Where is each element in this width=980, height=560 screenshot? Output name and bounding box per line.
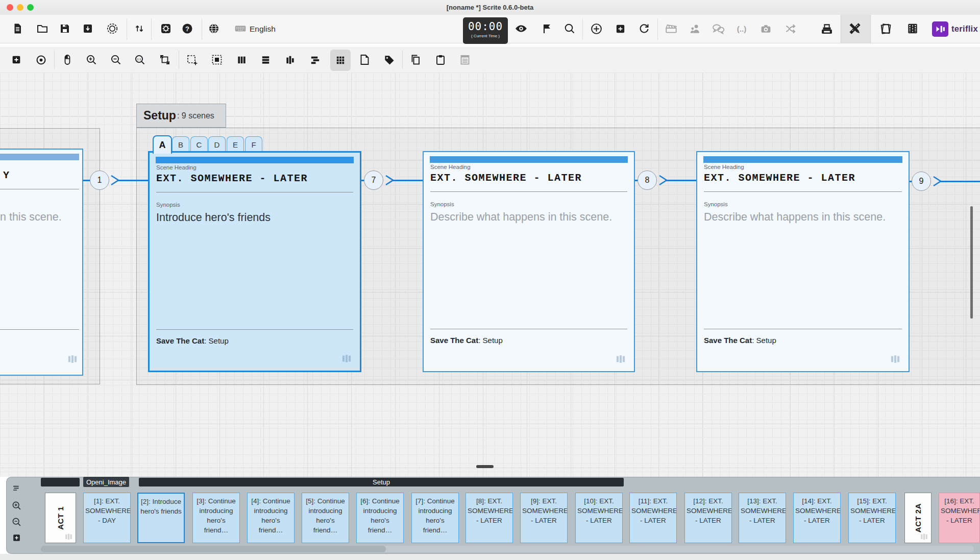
timeline-scene-card[interactable]: [14]: EXT. SOMEWHERE - LATER (793, 493, 841, 543)
timeline-scrollbar-thumb[interactable] (41, 546, 386, 552)
report-button[interactable] (455, 48, 475, 71)
new-element-button[interactable] (6, 48, 27, 71)
timeline-zoom-out-button[interactable] (11, 517, 22, 527)
scene-card-active[interactable]: Scene Heading EXT. SOMEWHERE - LATER Syn… (148, 151, 361, 372)
timeline-scene-card[interactable]: [4]: Continue introducing hero's friend… (247, 493, 295, 543)
select-rectangle-button[interactable] (182, 48, 202, 71)
timeline-add-button[interactable] (12, 533, 21, 543)
canvas-vertical-scrollbar[interactable] (970, 206, 973, 319)
timeline-scene-card[interactable]: [5]: Continue introducing hero's friend… (302, 493, 349, 543)
stack-tab-f[interactable]: F (245, 136, 262, 153)
help-button[interactable] (177, 18, 198, 39)
stack-tab-b[interactable]: B (172, 136, 189, 153)
beat-group-setup-label[interactable]: Setup : 9 scenes (136, 104, 226, 128)
paste-button[interactable] (430, 48, 451, 71)
scene-heading-fragment[interactable]: Y (3, 169, 10, 181)
keyboard-icon[interactable] (230, 18, 251, 39)
focus-element-button[interactable] (31, 48, 51, 71)
scene-content-icon (920, 533, 928, 540)
layout-horizontal-flow-button[interactable] (305, 48, 325, 71)
stack-tab-a[interactable]: A (153, 135, 172, 154)
scene-number-badge[interactable]: 9 (912, 172, 931, 191)
timeline-menu-icon[interactable] (10, 484, 21, 493)
teriflix-logo[interactable] (932, 21, 948, 37)
scene-synopsis-placeholder[interactable]: Describe what happens in this scene. (704, 211, 902, 224)
language-label[interactable]: English (250, 25, 276, 34)
preview-eye-button[interactable] (511, 18, 531, 39)
timeline-scene-card-selected[interactable]: [2]: Introduce hero's friends (137, 493, 185, 543)
save-button[interactable] (55, 18, 75, 39)
layout-columns-button[interactable] (231, 48, 252, 71)
zoom-out-button[interactable] (106, 48, 126, 71)
layout-vertical-flow-button[interactable] (280, 48, 300, 71)
stack-tab-d[interactable]: D (208, 136, 226, 153)
parenthetical-tool-icon[interactable]: (..) (731, 18, 752, 39)
notebook-view-button[interactable] (875, 18, 896, 39)
scene-number-badge[interactable]: 7 (364, 171, 383, 190)
add-scene-button[interactable] (586, 18, 606, 39)
canvas-horizontal-scrollbar[interactable] (476, 465, 494, 468)
timeline-zoom-in-button[interactable] (11, 500, 22, 511)
layout-rows-button[interactable] (255, 48, 276, 71)
timeline-act-card[interactable]: ACT 1 (45, 493, 76, 543)
timeline-scene-card[interactable]: [11]: EXT. SOMEWHERE - LATER (629, 493, 677, 543)
timeline-scene-card[interactable]: [16]: EXT. SOMEWHERE - LATER (939, 493, 980, 543)
language-globe-icon[interactable] (204, 18, 224, 39)
stack-tab-c[interactable]: C (190, 136, 208, 153)
shot-camera-icon[interactable] (755, 18, 776, 39)
copy-button[interactable] (405, 48, 426, 71)
scene-heading-tool-icon[interactable] (661, 18, 681, 39)
scene-card-partial[interactable]: Y n this scene. (0, 149, 83, 376)
open-document-button[interactable] (32, 18, 53, 39)
transition-shuffle-icon[interactable] (780, 18, 800, 39)
stack-tab-e[interactable]: E (227, 136, 244, 153)
scene-synopsis-fragment[interactable]: n this scene. (0, 211, 76, 224)
timeline-scene-card[interactable]: [13]: EXT. SOMEWHERE - LATER (739, 493, 786, 543)
timeline-scene-card[interactable]: [3]: Continue introducing hero's friend… (192, 493, 240, 543)
pan-mouse-button[interactable] (57, 48, 78, 71)
scrited-view-button[interactable] (902, 18, 923, 39)
search-button[interactable] (559, 18, 580, 39)
timeline-scene-card[interactable]: [10]: EXT. SOMEWHERE - LATER (575, 493, 623, 543)
scene-card[interactable]: Scene Heading EXT. SOMEWHERE - LATER Syn… (423, 151, 635, 372)
scene-number-badge[interactable]: 8 (638, 171, 657, 190)
select-all-button[interactable] (207, 48, 227, 71)
layout-grid-button[interactable] (330, 48, 350, 71)
timeline-scene-card[interactable]: [12]: EXT. SOMEWHERE - LATER (684, 493, 732, 543)
insert-element-button[interactable] (610, 18, 630, 39)
import-export-button[interactable] (129, 18, 150, 39)
scene-number-badge[interactable]: 1 (90, 171, 109, 190)
structure-view-button[interactable] (845, 18, 865, 39)
zoom-in-button[interactable] (81, 48, 102, 71)
beat-strip[interactable] (41, 478, 80, 486)
index-card-button[interactable] (354, 48, 375, 71)
tag-groups-button[interactable] (379, 48, 399, 71)
scene-heading[interactable]: EXT. SOMEWHERE - LATER (156, 173, 308, 184)
timeline-scene-card[interactable]: [7]: Continue introducing hero's friend… (411, 493, 459, 543)
backup-vault-button[interactable] (102, 18, 122, 39)
beat-strip-label[interactable]: Openi_Image (83, 477, 129, 487)
refresh-button[interactable] (634, 18, 654, 39)
character-tool-icon[interactable] (684, 18, 705, 39)
settings-button[interactable] (156, 18, 176, 39)
save-as-button[interactable] (78, 18, 98, 39)
new-document-button[interactable] (7, 18, 28, 39)
bookmark-flag-button[interactable] (537, 18, 557, 39)
scene-synopsis[interactable]: Introduce hero's friends (156, 211, 353, 224)
scene-heading[interactable]: EXT. SOMEWHERE - LATER (430, 172, 582, 184)
timeline-scene-card[interactable]: [6]: Continue introducing hero's friend… (356, 493, 404, 543)
dialogue-tool-icon[interactable] (708, 18, 728, 39)
zoom-reset-button[interactable] (130, 48, 150, 71)
fit-to-screen-button[interactable] (155, 48, 175, 71)
scene-card[interactable]: Scene Heading EXT. SOMEWHERE - LATER Syn… (696, 151, 910, 372)
scene-heading[interactable]: EXT. SOMEWHERE - LATER (704, 172, 855, 184)
timeline-act-card[interactable]: ACT 2A (904, 493, 932, 543)
screenplay-view-button[interactable] (817, 18, 837, 39)
synopsis-label: Synopsis (156, 202, 180, 208)
timeline-scene-card[interactable]: [1]: EXT. SOMEWHERE - DAY (83, 493, 131, 543)
timeline-scene-card[interactable]: [8]: EXT. SOMEWHERE - LATER (465, 493, 513, 543)
timeline-scene-card[interactable]: [9]: EXT. SOMEWHERE - LATER (520, 493, 568, 543)
timeline-scene-card[interactable]: [15]: EXT. SOMEWHERE - LATER (848, 493, 896, 543)
current-time-display[interactable]: 00:00 ( Current Time ) (463, 17, 508, 44)
scene-synopsis-placeholder[interactable]: Describe what happens in this scene. (430, 211, 627, 224)
